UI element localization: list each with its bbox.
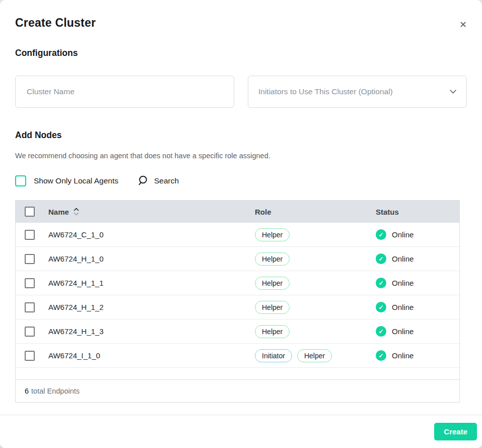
node-name: AW6724_I_1_0 xyxy=(48,351,100,360)
online-check-icon: ✓ xyxy=(376,302,386,312)
row-checkbox[interactable] xyxy=(25,230,35,240)
search-icon xyxy=(137,175,149,186)
table-body: AW6724_C_1_0 Helper ✓ Online AW6724_H_1_… xyxy=(16,223,459,368)
role-badge-helper: Helper xyxy=(255,228,290,241)
status-label: Online xyxy=(392,303,414,311)
dialog-body: Create Cluster ✕ Configurations Initiato… xyxy=(0,0,482,415)
row-checkbox[interactable] xyxy=(25,302,35,312)
table-row: AW6724_I_1_0 InitiatorHelper ✓ Online xyxy=(16,344,459,368)
role-badges: Helper xyxy=(255,301,376,314)
cluster-name-field-wrap xyxy=(15,76,234,108)
status-label: Online xyxy=(392,279,414,287)
table-empty-strip xyxy=(16,368,459,380)
role-badge-helper: Helper xyxy=(255,252,290,266)
online-check-icon: ✓ xyxy=(376,229,386,240)
table-row: AW6724_H_1_0 Helper ✓ Online xyxy=(16,247,459,271)
row-checkbox[interactable] xyxy=(25,327,35,337)
search-label: Search xyxy=(154,176,179,185)
configurations-heading: Configurations xyxy=(15,48,467,58)
status-label: Online xyxy=(392,254,414,263)
column-header-name: Name xyxy=(48,208,69,216)
role-badges: Helper xyxy=(255,277,376,290)
row-checkbox[interactable] xyxy=(25,254,35,264)
node-name: AW6724_H_1_0 xyxy=(48,254,104,263)
online-check-icon: ✓ xyxy=(376,253,386,264)
role-badge-helper: Helper xyxy=(255,325,290,338)
status-label: Online xyxy=(392,327,414,336)
add-nodes-heading: Add Nodes xyxy=(15,130,467,141)
role-badges: Helper xyxy=(255,252,376,266)
row-checkbox[interactable] xyxy=(25,351,35,361)
close-icon[interactable]: ✕ xyxy=(458,19,468,30)
cluster-name-input[interactable] xyxy=(26,87,224,97)
create-cluster-dialog: Create Cluster ✕ Configurations Initiato… xyxy=(0,0,482,448)
nodes-table: Name Role Status xyxy=(15,200,460,403)
show-only-local-agents-label: Show Only Local Agents xyxy=(34,176,118,185)
status-label: Online xyxy=(392,351,414,360)
dialog-title: Create Cluster xyxy=(15,0,467,30)
table-row: AW6724_C_1_0 Helper ✓ Online xyxy=(16,223,459,247)
select-all-checkbox[interactable] xyxy=(25,207,35,217)
table-row: AW6724_H_1_1 Helper ✓ Online xyxy=(16,271,459,295)
table-row: AW6724_H_1_3 Helper ✓ Online xyxy=(16,319,459,344)
status-label: Online xyxy=(392,230,414,239)
role-badge-helper: Helper xyxy=(255,301,290,314)
column-header-status: Status xyxy=(376,208,399,216)
show-only-local-agents-checkbox[interactable] xyxy=(15,175,26,186)
role-badge-helper: Helper xyxy=(255,277,290,290)
sort-icon[interactable] xyxy=(74,207,79,216)
add-nodes-description: We recommend choosing an agent that does… xyxy=(15,152,467,160)
online-check-icon: ✓ xyxy=(376,326,386,337)
node-name: AW6724_H_1_3 xyxy=(48,327,104,336)
table-header: Name Role Status xyxy=(16,201,459,223)
initiators-select-placeholder: Initiators to Use This Cluster (Optional… xyxy=(258,87,393,96)
online-check-icon: ✓ xyxy=(376,278,386,288)
endpoint-count: 6 xyxy=(25,387,29,395)
search-toggle[interactable]: Search xyxy=(137,175,179,186)
row-checkbox[interactable] xyxy=(25,278,35,288)
online-check-icon: ✓ xyxy=(376,350,386,361)
endpoint-count-label: total Endpoints xyxy=(31,387,80,395)
node-name: AW6724_H_1_1 xyxy=(48,279,104,287)
node-name: AW6724_H_1_2 xyxy=(48,303,104,311)
create-button[interactable]: Create xyxy=(434,423,477,440)
table-summary: 6 total Endpoints xyxy=(16,380,459,402)
role-badges: Helper xyxy=(255,325,376,338)
role-badges: Helper xyxy=(255,228,376,241)
dialog-footer: Create xyxy=(0,415,482,448)
role-badges: InitiatorHelper xyxy=(255,349,376,362)
table-row: AW6724_H_1_2 Helper ✓ Online xyxy=(16,295,459,319)
chevron-down-icon xyxy=(450,90,456,94)
filters-row: Show Only Local Agents Search xyxy=(15,175,467,186)
sort-asc-icon xyxy=(74,209,78,211)
column-header-role: Role xyxy=(255,208,271,216)
configurations-inputs-row: Initiators to Use This Cluster (Optional… xyxy=(15,76,467,108)
sort-desc-icon xyxy=(74,213,78,215)
role-badge-initiator: Initiator xyxy=(255,349,292,362)
role-badge-helper: Helper xyxy=(297,349,332,362)
node-name: AW6724_C_1_0 xyxy=(48,230,104,239)
initiators-select[interactable]: Initiators to Use This Cluster (Optional… xyxy=(248,76,467,108)
